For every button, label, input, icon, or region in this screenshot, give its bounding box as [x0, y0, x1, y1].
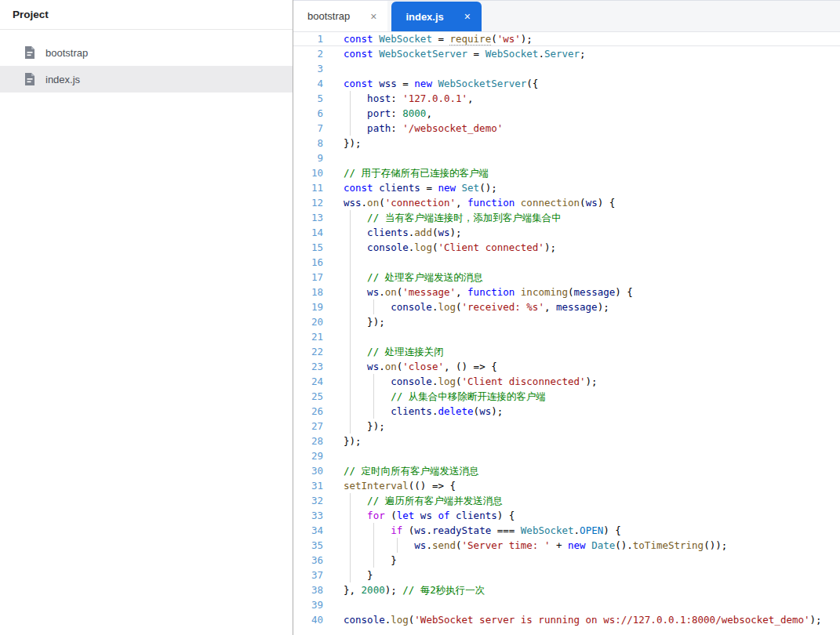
code-token: ws	[420, 510, 432, 521]
indent-guide	[350, 508, 351, 523]
code-token	[344, 227, 367, 238]
code-token	[344, 93, 367, 104]
indent-guide	[373, 538, 374, 553]
code-token: incoming	[521, 286, 568, 298]
file-item-bootstrap[interactable]: bootstrap	[0, 39, 293, 66]
file-name: bootstrap	[45, 47, 88, 59]
code-token: 'received: %s'	[462, 301, 544, 313]
code-token: WebSocketServer	[379, 48, 467, 60]
indent-guide	[373, 389, 374, 404]
code-token: new	[568, 539, 586, 551]
indent-guide	[350, 419, 351, 434]
line-number: 14	[293, 225, 344, 240]
code-token: });	[344, 435, 362, 447]
code-token	[586, 539, 592, 551]
code-token	[344, 361, 367, 372]
line-number: 36	[293, 553, 344, 568]
code-token: 'message'	[402, 286, 456, 298]
code-line: 13 // 当有客户端连接时，添加到客户端集合中	[293, 210, 840, 225]
code-token: require	[449, 33, 491, 45]
code-line: 12wss.on('connection', function connecti…	[293, 195, 840, 210]
tab-close-icon[interactable]: ×	[464, 10, 471, 23]
sidebar: Project bootstrapindex.js	[0, 0, 293, 635]
line-number: 23	[293, 359, 344, 374]
line-number: 33	[293, 508, 344, 523]
line-number: 40	[293, 612, 344, 627]
line-number: 26	[293, 404, 344, 419]
code-token: ;	[580, 48, 586, 60]
code-token: .	[426, 539, 432, 551]
code-editor[interactable]: 1const WebSocket = require('ws');2const …	[293, 31, 840, 635]
code-token: ws	[367, 361, 379, 372]
code-token: }	[344, 569, 373, 581]
code-line: 15 console.log('Client connected');	[293, 240, 840, 255]
code-token: 2000	[362, 584, 385, 596]
code-token: , () => {	[444, 361, 497, 372]
code-line: 16	[293, 255, 840, 270]
file-item-index.js[interactable]: index.js	[0, 66, 293, 93]
code-token: ) {	[615, 286, 633, 298]
code-line: 18 ws.on('message', function incoming(me…	[293, 285, 840, 299]
code-token: on	[385, 286, 397, 298]
indent-guide	[373, 553, 374, 568]
tab-bootstrap[interactable]: bootstrap×	[293, 1, 387, 31]
code-token: (	[402, 524, 414, 536]
code-token: );	[450, 227, 462, 238]
indent-guide	[350, 374, 351, 389]
line-number: 17	[293, 270, 344, 285]
line-number: 6	[293, 106, 344, 121]
code-token	[515, 286, 521, 298]
code-token: 'close'	[402, 361, 444, 372]
file-list: bootstrapindex.js	[0, 30, 293, 93]
code-token: OPEN	[580, 524, 603, 536]
code-token	[450, 510, 456, 521]
code-line: 36 }	[293, 553, 840, 568]
line-number: 29	[293, 448, 344, 463]
code-token: function	[467, 286, 515, 298]
code-token: ws	[367, 286, 379, 298]
code-token: (	[456, 376, 462, 387]
tab-close-icon[interactable]: ×	[370, 10, 376, 23]
app-window: Project bootstrapindex.js bootstrap×inde…	[0, 0, 840, 635]
code-token: WebSocket	[485, 48, 539, 60]
line-number: 20	[293, 314, 344, 329]
code-token: 'WebSocket server is running on ws://127…	[414, 614, 809, 626]
code-token: );	[521, 33, 533, 45]
code-token: readyState	[432, 524, 491, 536]
code-token	[414, 510, 420, 521]
code-token: ();	[479, 182, 497, 194]
tab-index.js[interactable]: index.js×	[391, 2, 482, 31]
indent-guide	[350, 270, 351, 285]
code-token: :	[391, 122, 402, 134]
line-number: 39	[293, 597, 344, 612]
code-token: ,	[467, 93, 474, 104]
code-token	[456, 182, 462, 194]
line-number: 1	[293, 31, 344, 46]
code-token: =	[420, 182, 438, 194]
code-token: log	[438, 301, 456, 313]
line-number: 30	[293, 463, 344, 478]
code-token: );	[586, 376, 598, 387]
code-token	[344, 524, 391, 536]
indent-guide	[350, 285, 351, 299]
code-token: ) {	[603, 524, 621, 536]
code-token: let	[397, 510, 415, 521]
code-token: '127.0.0.1'	[402, 93, 467, 104]
code-token: );	[385, 584, 403, 596]
code-token: clients	[379, 182, 420, 194]
indent-guide	[373, 374, 374, 389]
file-icon	[24, 73, 35, 85]
code-token: (() => {	[409, 480, 456, 492]
indent-guide	[373, 523, 374, 538]
code-token: new	[438, 182, 456, 194]
line-number: 24	[293, 374, 344, 389]
code-token	[344, 212, 367, 223]
line-number: 31	[293, 478, 344, 493]
code-token: Set	[462, 182, 480, 194]
code-token: .	[379, 286, 385, 298]
code-token	[344, 107, 367, 119]
code-token: log	[438, 376, 456, 387]
tab-label: index.js	[405, 11, 443, 23]
code-token: ());	[704, 539, 727, 551]
code-token: ) {	[497, 510, 515, 521]
